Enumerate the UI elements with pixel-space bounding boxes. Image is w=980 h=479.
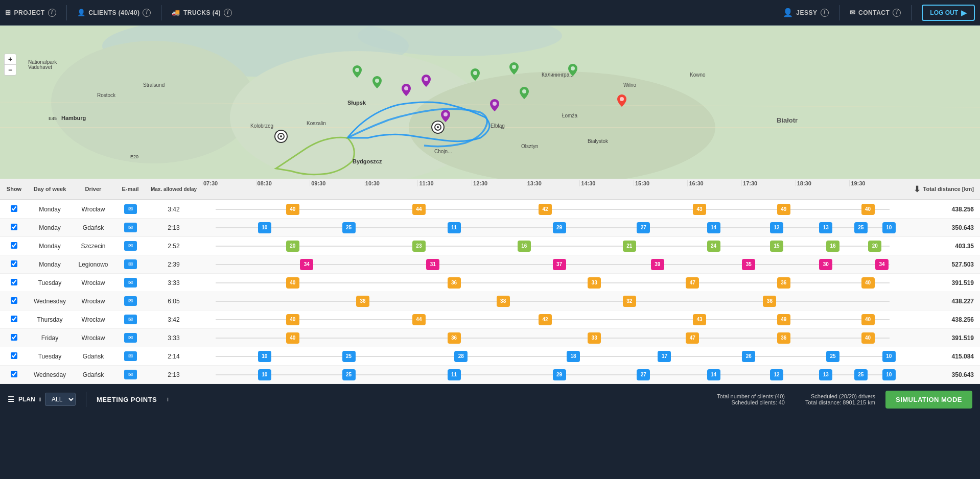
email-button[interactable]: ✉	[124, 315, 137, 324]
row-gantt: 1025281817262510	[202, 347, 903, 365]
simulation-mode-button[interactable]: SIMULATION MODE	[885, 391, 972, 409]
row-day: Monday	[28, 261, 72, 268]
row-checkbox[interactable]	[11, 260, 17, 267]
time-tick-1530: 15:30	[634, 180, 688, 186]
row-checkbox[interactable]	[11, 224, 17, 230]
header-delay: Max. allowed delay	[146, 186, 202, 192]
clients-info-icon[interactable]: i	[143, 9, 151, 17]
svg-text:Łomża: Łomża	[562, 113, 577, 118]
gantt-chip: 37	[553, 259, 566, 270]
contact-info-icon[interactable]: i	[893, 9, 901, 17]
schedule-table: Show Day of week Driver E-mail Max. allo…	[0, 179, 980, 384]
nav-divider-3	[839, 5, 839, 20]
plan-label: PLAN	[18, 396, 35, 403]
time-tick-1930: 19:30	[849, 180, 903, 186]
project-info-icon[interactable]: i	[48, 9, 56, 17]
map-container[interactable]: Hamburg Rostock Stralsund Bydgoszcz Choj…	[0, 26, 980, 179]
row-delay: 3:33	[146, 334, 202, 342]
plan-filter-select[interactable]: ALL	[45, 393, 76, 406]
row-delay: 2:13	[146, 371, 202, 378]
download-icon[interactable]: ⬇	[914, 184, 920, 194]
map-pin-purple-2[interactable]	[422, 75, 431, 88]
gantt-chip: 29	[553, 222, 566, 233]
gantt-chip: 25	[826, 351, 839, 362]
nav-trucks[interactable]: 🚚 TRUCKS (4) i	[172, 9, 232, 17]
map-pin-green-6[interactable]	[568, 64, 577, 78]
row-checkbox[interactable]	[11, 297, 17, 304]
row-gantt: 403633473640	[202, 329, 903, 347]
table-row: FridayWrocław✉3:33403633473640391.519	[0, 329, 980, 347]
email-button[interactable]: ✉	[124, 333, 137, 343]
table-row: MondayWrocław✉3:42404442434940438.256	[0, 200, 980, 219]
map-background: Hamburg Rostock Stralsund Bydgoszcz Choj…	[0, 26, 980, 179]
svg-point-35	[473, 71, 477, 75]
svg-text:Kowno: Kowno	[690, 72, 706, 78]
logout-button[interactable]: LOG OUT ▶	[922, 5, 975, 21]
gantt-chip: 31	[426, 259, 439, 270]
nav-clients[interactable]: 👤 CLIENTS (40/40) i	[77, 9, 151, 17]
gantt-chip: 34	[300, 259, 313, 270]
header-distance: ⬇ Total distance [km]	[903, 184, 980, 194]
trucks-info-icon[interactable]: i	[224, 9, 232, 17]
row-day: Monday	[28, 206, 72, 213]
map-pin-green-1[interactable]	[353, 65, 362, 79]
email-button[interactable]: ✉	[124, 370, 137, 379]
row-distance: 527.503	[903, 261, 980, 268]
gantt-chip: 30	[819, 259, 832, 270]
email-button[interactable]: ✉	[124, 296, 137, 306]
row-checkbox[interactable]	[11, 205, 17, 212]
map-zoom-controls[interactable]: + −	[4, 54, 16, 76]
email-button[interactable]: ✉	[124, 223, 137, 232]
svg-text:E45: E45	[49, 116, 57, 121]
nav-project[interactable]: ⊞ PROJECT i	[5, 9, 56, 17]
table-row: ThursdayWrocław✉3:42404442434940438.256	[0, 310, 980, 329]
map-pin-green-3[interactable]	[471, 68, 480, 82]
svg-text:Vadehavet: Vadehavet	[28, 64, 52, 70]
nav-contact[interactable]: ✉ CONTACT i	[850, 9, 901, 17]
gantt-chip: 49	[777, 314, 790, 325]
svg-text:Elbląg: Elbląg	[491, 123, 505, 129]
gantt-chip: 24	[707, 241, 720, 252]
plan-info-icon[interactable]: i	[39, 396, 41, 403]
gantt-chip: 44	[412, 204, 426, 215]
meeting-info-icon[interactable]: i	[167, 396, 169, 403]
gantt-chip: 12	[770, 222, 783, 233]
map-pin-red-1[interactable]	[617, 94, 626, 108]
email-button[interactable]: ✉	[124, 259, 137, 269]
plan-section: ☰ PLAN i ALL	[8, 393, 76, 406]
email-button[interactable]: ✉	[124, 351, 137, 361]
row-checkbox[interactable]	[11, 242, 17, 249]
nav-user[interactable]: 👤 JESSY i	[783, 8, 829, 17]
map-pin-green-5[interactable]	[520, 87, 529, 101]
map-pin-purple-4[interactable]	[490, 99, 499, 113]
gantt-chip: 10	[258, 351, 271, 362]
map-start-marker-2[interactable]	[431, 121, 445, 137]
map-start-marker-1[interactable]	[274, 130, 288, 147]
row-checkbox[interactable]	[11, 352, 17, 359]
gantt-chip: 43	[693, 204, 706, 215]
email-button[interactable]: ✉	[124, 204, 137, 214]
zoom-in-button[interactable]: +	[5, 54, 16, 65]
svg-text:Bydgoszcz: Bydgoszcz	[353, 158, 382, 164]
map-pin-purple-1[interactable]	[402, 84, 411, 98]
stat-total-clients: Total number of clients:(40)	[717, 393, 785, 399]
zoom-out-button[interactable]: −	[5, 65, 16, 75]
gantt-chip: 16	[826, 241, 839, 252]
row-driver: Gdańsk	[72, 353, 115, 360]
row-checkbox[interactable]	[11, 334, 17, 341]
contact-icon: ✉	[850, 9, 856, 16]
nav-divider-4	[911, 5, 912, 20]
map-pin-green-2[interactable]	[372, 76, 382, 90]
user-info-icon[interactable]: i	[821, 9, 829, 17]
row-checkbox[interactable]	[11, 316, 17, 322]
row-checkbox[interactable]	[11, 279, 17, 285]
row-gantt: 404442434940	[202, 200, 903, 218]
row-distance: 391.519	[903, 334, 980, 342]
email-button[interactable]: ✉	[124, 241, 137, 251]
map-pin-green-4[interactable]	[509, 62, 519, 76]
row-day: Tuesday	[28, 353, 72, 360]
email-button[interactable]: ✉	[124, 278, 137, 288]
row-checkbox[interactable]	[11, 371, 17, 377]
row-gantt: 404442434940	[202, 310, 903, 328]
row-driver: Wrocław	[72, 298, 115, 305]
